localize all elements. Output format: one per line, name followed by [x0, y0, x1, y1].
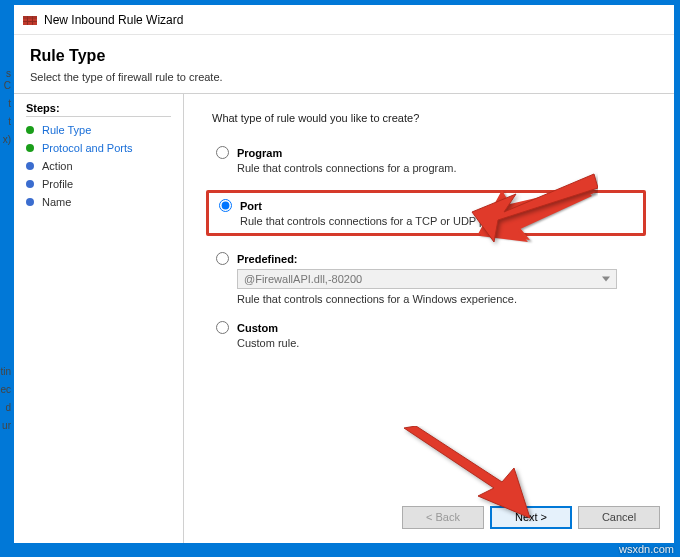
background-artifact: s Cttx) tinecdur: [0, 62, 12, 482]
option-custom[interactable]: Custom Custom rule.: [216, 321, 652, 349]
page-title: Rule Type: [30, 47, 658, 65]
radio-port[interactable]: [219, 199, 232, 212]
option-predefined[interactable]: Predefined: @FirewallAPI.dll,-80200 Rule…: [216, 252, 652, 305]
cancel-button[interactable]: Cancel: [578, 506, 660, 529]
step-bullet-icon: [26, 162, 34, 170]
steps-label: Steps:: [26, 102, 183, 114]
step-bullet-icon: [26, 198, 34, 206]
option-label: Program: [237, 147, 282, 159]
option-port[interactable]: Port Rule that controls connections for …: [206, 190, 646, 236]
step-rule-type[interactable]: Rule Type: [26, 121, 183, 139]
step-bullet-icon: [26, 126, 34, 134]
svg-rect-4: [32, 16, 33, 25]
svg-rect-1: [23, 16, 37, 19]
step-name[interactable]: Name: [26, 193, 183, 211]
page-header: Rule Type Select the type of firewall ru…: [14, 35, 674, 93]
option-label: Predefined:: [237, 253, 298, 265]
wizard-footer: < Back Next > Cancel: [402, 506, 660, 529]
option-label: Port: [240, 200, 262, 212]
steps-panel: Steps: Rule Type Protocol and Ports Acti…: [14, 94, 184, 543]
page-subtitle: Select the type of firewall rule to crea…: [30, 71, 658, 83]
svg-rect-2: [23, 21, 37, 22]
window-title: New Inbound Rule Wizard: [44, 13, 183, 27]
step-action[interactable]: Action: [26, 157, 183, 175]
step-profile[interactable]: Profile: [26, 175, 183, 193]
step-label: Protocol and Ports: [42, 142, 133, 154]
step-label: Profile: [42, 178, 73, 190]
step-bullet-icon: [26, 144, 34, 152]
option-program[interactable]: Program Rule that controls connections f…: [216, 146, 652, 174]
step-label: Action: [42, 160, 73, 172]
step-label: Name: [42, 196, 71, 208]
option-desc: Rule that controls connections for a Win…: [237, 293, 652, 305]
predefined-value: @FirewallAPI.dll,-80200: [237, 269, 617, 289]
radio-custom[interactable]: [216, 321, 229, 334]
step-bullet-icon: [26, 180, 34, 188]
wizard-window: New Inbound Rule Wizard Rule Type Select…: [13, 4, 675, 544]
step-label: Rule Type: [42, 124, 91, 136]
firewall-icon: [22, 12, 38, 28]
radio-program[interactable]: [216, 146, 229, 159]
option-label: Custom: [237, 322, 278, 334]
back-button: < Back: [402, 506, 484, 529]
next-button[interactable]: Next >: [490, 506, 572, 529]
prompt-text: What type of rule would you like to crea…: [212, 112, 652, 124]
svg-rect-3: [27, 16, 28, 25]
option-desc: Rule that controls connections for a pro…: [237, 162, 652, 174]
content-panel: What type of rule would you like to crea…: [184, 94, 674, 543]
predefined-select: @FirewallAPI.dll,-80200: [237, 269, 617, 289]
step-protocol-ports[interactable]: Protocol and Ports: [26, 139, 183, 157]
radio-predefined[interactable]: [216, 252, 229, 265]
titlebar: New Inbound Rule Wizard: [14, 5, 674, 35]
option-desc: Custom rule.: [237, 337, 652, 349]
option-desc: Rule that controls connections for a TCP…: [240, 215, 633, 227]
watermark: wsxdn.com: [619, 543, 674, 555]
